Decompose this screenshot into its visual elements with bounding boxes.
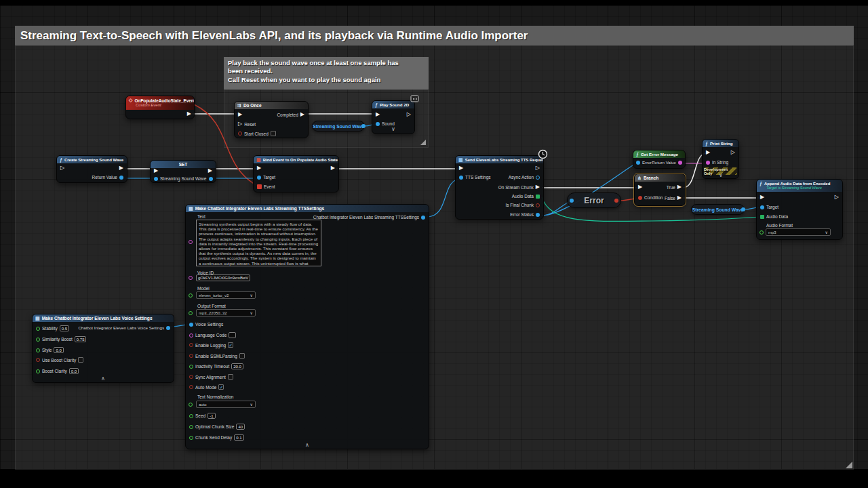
audio-data-pin[interactable] xyxy=(536,195,540,199)
node-bind-event-on-populate-audio-state[interactable]: ▦ Bind Event to On Populate Audio State … xyxy=(253,155,339,192)
collapse-chevron-icon[interactable]: ∧ xyxy=(101,376,105,382)
output-format-dropdown[interactable]: mp3_22050_32 ∨ xyxy=(196,309,256,317)
comment-resize-handle[interactable] xyxy=(846,462,852,468)
node-get-error-message[interactable]: ƒ Get Error Message Error Return Value xyxy=(633,150,686,169)
in-string-pin[interactable] xyxy=(706,161,710,165)
chunk-send-delay-input[interactable]: 0.1 xyxy=(234,434,243,441)
model-pin[interactable] xyxy=(189,293,193,298)
playback-comment-resize[interactable] xyxy=(420,140,426,145)
main-comment-title[interactable]: Streaming Text-to-Speech with ElevenLabs… xyxy=(15,26,854,45)
voice-settings-pin[interactable] xyxy=(189,323,193,327)
text-pin[interactable] xyxy=(189,240,193,244)
on-stream-chunk-pin[interactable]: ▶ xyxy=(536,184,540,190)
language-code-pin[interactable] xyxy=(189,333,193,338)
output-pin[interactable] xyxy=(166,326,170,330)
inactivity-timeout-pin[interactable] xyxy=(189,365,193,369)
text-normalization-pin[interactable] xyxy=(189,403,193,407)
completed-pin[interactable]: ▶ xyxy=(300,112,304,117)
stability-input[interactable]: 0.5 xyxy=(60,325,69,331)
target-pin[interactable] xyxy=(257,176,261,180)
node-send-elevenlabs-streaming-tts-request[interactable]: ▦ Send ElevenLabs Streaming TTS Request … xyxy=(455,155,544,220)
text-input[interactable]: Streaming synthesis output begins with a… xyxy=(196,220,321,266)
variable-streaming-sound-wave[interactable]: Streaming Sound Wave xyxy=(312,121,365,131)
exec-out-pin[interactable]: ▶ xyxy=(187,111,191,117)
use-boost-clarity-checkbox[interactable] xyxy=(78,357,83,363)
audio-data-pin[interactable] xyxy=(760,215,764,219)
sync-alignment-pin[interactable] xyxy=(189,375,193,379)
use-boost-clarity-pin[interactable] xyxy=(36,358,40,362)
model-dropdown[interactable]: eleven_turbo_v2 ∨ xyxy=(196,291,256,299)
exec-out-pin[interactable]: ▶ xyxy=(331,165,335,171)
reset-pin[interactable]: ▷ xyxy=(238,121,242,127)
exec-out-pin[interactable]: ▷ xyxy=(536,165,540,171)
output-pin[interactable] xyxy=(614,199,618,203)
node-make-voice-settings[interactable]: ▤ Make Chatbot Integrator Eleven Labs Vo… xyxy=(32,314,174,383)
start-closed-checkbox[interactable] xyxy=(271,131,276,136)
enable-ssml-pin[interactable] xyxy=(189,354,193,358)
chunk-send-delay-pin[interactable] xyxy=(189,436,193,440)
sound-pin[interactable] xyxy=(376,122,380,126)
input-pin[interactable] xyxy=(570,199,574,203)
node-branch[interactable]: ⋔ Branch ▶ True ▶ Condition False ▶ xyxy=(634,174,686,206)
exec-in-pin[interactable]: ▶ xyxy=(638,184,642,190)
node-create-streaming-sound-wave[interactable]: ƒ Create Streaming Sound Wave ▷ ▶ Return… xyxy=(56,155,127,183)
audio-format-dropdown[interactable]: mp3 ∨ xyxy=(766,228,831,236)
output-pin[interactable] xyxy=(741,207,745,211)
auto-mode-pin[interactable] xyxy=(189,385,193,389)
variable-streaming-sound-wave-2[interactable]: Streaming Sound Wave xyxy=(691,204,745,215)
auto-mode-checkbox[interactable]: ✓ xyxy=(218,384,224,390)
var-in-pin[interactable] xyxy=(154,177,158,181)
enable-ssml-checkbox[interactable] xyxy=(239,353,245,359)
exec-in-pin[interactable]: ▶ xyxy=(459,165,463,171)
condition-pin[interactable] xyxy=(638,196,642,200)
error-pin[interactable] xyxy=(636,161,640,165)
node-make-streaming-ttssettings[interactable]: ▤ Make Chatbot Integrator Eleven Labs St… xyxy=(185,204,429,449)
output-format-pin[interactable] xyxy=(189,311,193,315)
error-status-pin[interactable] xyxy=(536,213,540,217)
error-reroute-node[interactable]: Error xyxy=(567,192,621,208)
output-pin[interactable] xyxy=(421,216,425,220)
node-set-streaming-sound-wave[interactable]: SET ▶ ▶ Streaming Sound Wave xyxy=(150,160,216,183)
exec-in-pin[interactable]: ▷ xyxy=(60,165,64,171)
similarity-boost-pin[interactable] xyxy=(36,338,40,342)
return-value-pin[interactable] xyxy=(119,176,123,180)
playback-comment-title[interactable]: Play back the sound wave once at least o… xyxy=(224,57,429,89)
exec-out-pin[interactable]: ▶ xyxy=(119,165,123,171)
style-pin[interactable] xyxy=(36,348,40,352)
exec-out-pin[interactable]: ▶ xyxy=(208,168,212,174)
style-input[interactable]: 0.0 xyxy=(54,347,63,353)
node-onpopulateaudiostate-event[interactable]: ◇ OnPopulateAudioState_Event Custom Even… xyxy=(125,96,195,119)
voice-id-input[interactable]: gOkFV1JMCt0G0n9xmBwV xyxy=(196,274,250,281)
exec-in-pin[interactable]: ▶ xyxy=(257,165,261,171)
exec-in-pin[interactable]: ▶ xyxy=(154,168,158,174)
language-code-input[interactable] xyxy=(229,332,236,338)
exec-out-pin[interactable]: ▷ xyxy=(731,150,735,155)
true-pin[interactable]: ▶ xyxy=(677,184,682,190)
graph-canvas[interactable]: Streaming Text-to-Speech with ElevenLabs… xyxy=(0,5,868,469)
node-append-audio-data-from-encoded[interactable]: ƒ Append Audio Data from Encoded Target … xyxy=(756,179,843,240)
optimal-chunk-size-pin[interactable] xyxy=(189,425,193,429)
exec-out-pin[interactable]: ▷ xyxy=(407,112,411,117)
async-action-pin[interactable] xyxy=(536,176,540,180)
node-do-once[interactable]: ⇉ Do Once ▶ Completed ▶ ▷ Reset Start Cl… xyxy=(234,101,309,138)
exec-in-pin[interactable]: ▶ xyxy=(706,150,710,155)
collapse-chevron-icon[interactable]: ∧ xyxy=(305,443,309,448)
exec-out-pin[interactable]: ▷ xyxy=(835,195,839,200)
expand-chevron-icon[interactable]: ∨ xyxy=(719,173,723,178)
audio-format-pin[interactable] xyxy=(760,230,764,235)
inactivity-timeout-input[interactable]: 20.0 xyxy=(231,363,243,369)
exec-in-pin[interactable]: ▶ xyxy=(238,112,242,117)
event-pin[interactable] xyxy=(257,184,262,189)
target-pin[interactable] xyxy=(760,205,764,209)
optimal-chunk-size-input[interactable]: 40 xyxy=(236,424,245,430)
seed-pin[interactable] xyxy=(189,414,193,418)
exec-in-pin[interactable]: ▶ xyxy=(760,195,764,200)
false-pin[interactable]: ▶ xyxy=(677,195,682,201)
is-final-chunk-pin[interactable] xyxy=(536,203,540,207)
start-closed-pin[interactable] xyxy=(238,131,242,136)
voice-id-pin[interactable] xyxy=(189,276,193,280)
output-pin[interactable] xyxy=(361,124,366,128)
tts-settings-pin[interactable] xyxy=(459,176,463,180)
node-print-string[interactable]: ƒ Print String ▶ ▷ In String Development… xyxy=(702,139,739,179)
exec-in-pin[interactable]: ▶ xyxy=(376,112,380,117)
